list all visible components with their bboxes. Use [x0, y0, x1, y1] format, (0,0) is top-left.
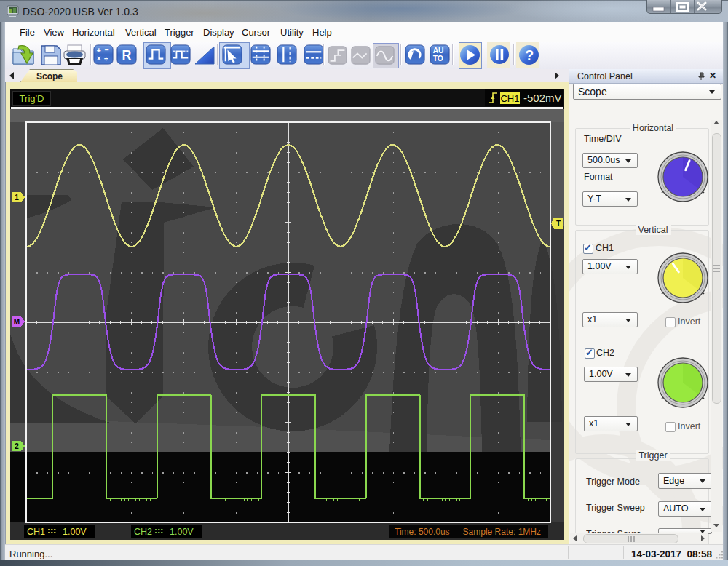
svg-text:TO: TO	[433, 55, 443, 63]
svg-text:M: M	[14, 318, 20, 326]
svg-text:AU: AU	[433, 47, 444, 55]
svg-text:×: ×	[97, 55, 101, 63]
svg-text:R: R	[122, 48, 131, 63]
svg-text:T: T	[556, 220, 561, 228]
svg-text:+: +	[97, 47, 101, 55]
svg-text:?: ?	[525, 47, 534, 63]
svg-text:2: 2	[15, 442, 19, 450]
svg-text:÷: ÷	[104, 55, 108, 63]
svg-text:1: 1	[15, 194, 19, 202]
svg-text:−: −	[105, 46, 109, 54]
